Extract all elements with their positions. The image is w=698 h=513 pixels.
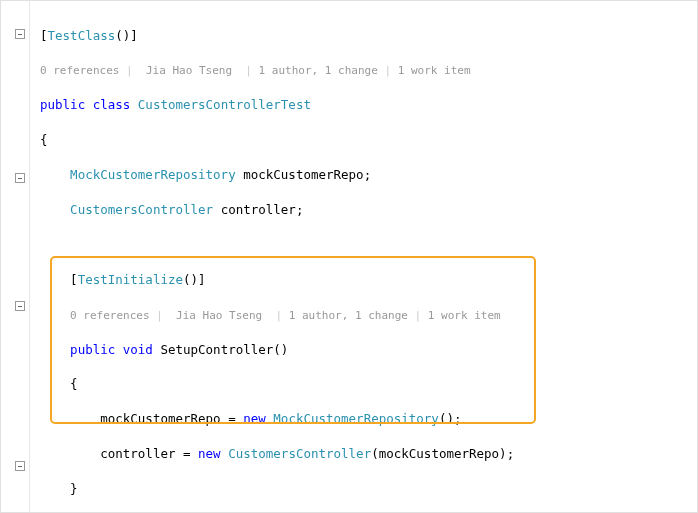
attribute: TestClass bbox=[48, 28, 116, 43]
bracket: [ bbox=[40, 28, 48, 43]
code-content[interactable]: [TestClass()] 0 references | Jia Hao Tse… bbox=[30, 1, 528, 513]
codelens-refs[interactable]: 0 references bbox=[70, 309, 149, 322]
codelens-work[interactable]: 1 work item bbox=[428, 309, 501, 322]
codelens-author[interactable]: Jia Hao Tseng bbox=[176, 309, 262, 322]
brace: { bbox=[40, 131, 528, 148]
codelens-work[interactable]: 1 work item bbox=[398, 64, 471, 77]
method-name: SetupController() bbox=[160, 342, 288, 357]
fold-icon[interactable] bbox=[15, 461, 25, 471]
keyword: public class bbox=[40, 97, 130, 112]
code-editor[interactable]: [TestClass()] 0 references | Jia Hao Tse… bbox=[1, 1, 697, 513]
codelens-changes[interactable]: 1 author, 1 change bbox=[259, 64, 378, 77]
codelens-author[interactable]: Jia Hao Tseng bbox=[146, 64, 232, 77]
codelens-changes[interactable]: 1 author, 1 change bbox=[289, 309, 408, 322]
codelens-refs[interactable]: 0 references bbox=[40, 64, 119, 77]
fold-icon[interactable] bbox=[15, 301, 25, 311]
keyword: public void bbox=[70, 342, 153, 357]
field: controller; bbox=[221, 202, 304, 217]
field: mockCustomerRepo; bbox=[243, 167, 371, 182]
fold-gutter bbox=[1, 1, 30, 513]
type: MockCustomerRepository bbox=[70, 167, 236, 182]
type: CustomersControllerTest bbox=[138, 97, 311, 112]
bracket: ()] bbox=[115, 28, 138, 43]
attribute: TestInitialize bbox=[78, 272, 183, 287]
fold-icon[interactable] bbox=[15, 173, 25, 183]
fold-icon[interactable] bbox=[15, 29, 25, 39]
type: CustomersController bbox=[70, 202, 213, 217]
